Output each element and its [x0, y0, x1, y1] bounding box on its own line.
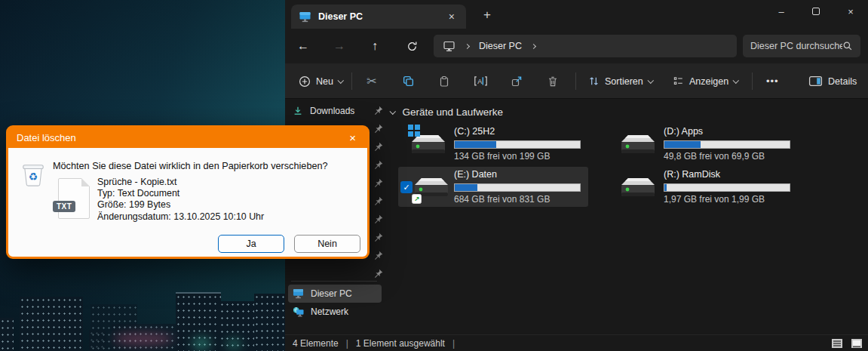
city-glow [192, 337, 210, 349]
paste-button[interactable] [429, 70, 459, 92]
file-details: Sprüche - Kopie.txt Typ: Text Document G… [97, 177, 264, 223]
download-icon [293, 106, 303, 116]
details-label: Details [828, 76, 857, 87]
status-item-count: 4 Elemente [293, 338, 339, 349]
toolbar-divider [351, 72, 352, 90]
details-view-icon [831, 338, 843, 349]
status-separator: | [452, 338, 455, 349]
rename-button[interactable]: A [465, 70, 495, 92]
pin-icon [373, 178, 383, 188]
drive-tile-e[interactable]: ✓ ↗ (E:) Daten 684 GB frei von 831 GB [398, 167, 588, 207]
tab-title: Dieser PC [318, 11, 445, 22]
network-icon [293, 306, 304, 317]
drive-icon [620, 174, 656, 201]
refresh-button[interactable] [401, 37, 422, 55]
file-name: Sprüche - Kopie.txt [97, 177, 264, 188]
more-options-button[interactable]: ••• [762, 70, 784, 92]
pin-icon [373, 251, 383, 260]
share-button[interactable] [501, 70, 532, 92]
dialog-close-button[interactable]: × [346, 131, 359, 144]
trash-icon [547, 75, 559, 88]
yes-button[interactable]: Ja [218, 235, 284, 253]
city-glow [226, 339, 241, 349]
address-bar[interactable]: Dieser PC [434, 35, 737, 57]
toolbar-divider [575, 72, 576, 90]
view-button[interactable]: Anzeigen [668, 70, 743, 92]
chevron-down-icon [733, 77, 739, 83]
maximize-button[interactable] [799, 0, 833, 23]
sort-icon [588, 75, 600, 87]
sidebar-item-label: Netzwerk [311, 306, 377, 317]
dialog-title-bar[interactable]: Datei löschen × [8, 127, 368, 148]
monitor-icon [293, 288, 304, 299]
windows-logo-icon [408, 125, 420, 137]
sidebar-item-this-pc[interactable]: Dieser PC [288, 285, 382, 303]
search-input[interactable]: Dieser PC durchsuchen [743, 35, 860, 57]
drives-panel: Geräte und Laufwerke (C:) 25H2 134 GB fr… [385, 99, 868, 334]
pin-icon [373, 142, 383, 152]
explorer-body: Downloads Dieser PC [285, 99, 868, 334]
no-button[interactable]: Nein [294, 235, 360, 253]
drive-tile-r[interactable]: (R:) RamDisk 1,97 GB frei von 1,99 GB [608, 167, 798, 207]
drive-capacity-bar [664, 140, 790, 149]
search-icon [842, 41, 853, 51]
status-separator: | [346, 338, 348, 349]
drive-free-space: 684 GB frei von 831 GB [454, 194, 584, 205]
new-button[interactable]: Neu [294, 70, 347, 92]
thumbnail-view-icon [851, 338, 863, 349]
pin-icon [373, 269, 383, 279]
status-selection-count: 1 Element ausgewählt [356, 338, 445, 349]
drive-name: (D:) Apps [664, 126, 793, 139]
delete-file-dialog: Datei löschen × ♻ Möchten Sie diese Date… [6, 125, 370, 259]
pin-icon [373, 124, 383, 134]
pin-icon [373, 232, 383, 242]
breadcrumb-dieser-pc[interactable]: Dieser PC [479, 41, 522, 51]
chevron-down-icon [390, 108, 396, 114]
new-tab-button[interactable]: + [478, 8, 496, 23]
up-button[interactable]: ↑ [364, 37, 385, 55]
svg-text:A: A [477, 78, 482, 85]
minimize-button[interactable]: – [764, 0, 799, 23]
shortcut-arrow-icon: ↗ [412, 194, 422, 204]
selection-checkbox[interactable]: ✓ [400, 181, 413, 193]
file-modified: Änderungsdatum: 13.10.2025 10:10 Uhr [97, 211, 264, 223]
view-toggle-group [830, 337, 863, 349]
command-toolbar: Neu ✂ A Sortieren [285, 63, 868, 99]
tab-close-button[interactable]: × [445, 11, 459, 23]
section-devices-and-drives[interactable]: Geräte und Laufwerke [391, 106, 503, 118]
details-pane-button[interactable]: Details [804, 70, 861, 92]
drive-tile-d[interactable]: (D:) Apps 49,8 GB frei von 69,9 GB [608, 124, 798, 164]
sidebar-item-network[interactable]: Netzwerk [288, 303, 382, 321]
monitor-icon [299, 11, 311, 23]
copy-button[interactable] [393, 70, 423, 92]
maximize-icon [812, 8, 820, 15]
view-label: Anzeigen [689, 76, 728, 87]
cut-button[interactable]: ✂ [357, 70, 387, 92]
paste-icon [438, 75, 450, 88]
skyline-building [0, 318, 14, 351]
close-button[interactable]: × [833, 0, 868, 23]
sidebar-item-downloads[interactable]: Downloads [288, 102, 382, 120]
section-header-label: Geräte und Laufwerke [403, 106, 504, 118]
tab-dieser-pc[interactable]: Dieser PC × [291, 5, 466, 29]
drive-tile-c[interactable]: (C:) 25H2 134 GB frei von 199 GB [398, 124, 588, 164]
copy-icon [402, 75, 415, 88]
file-type: Typ: Text Document [97, 188, 264, 199]
back-button[interactable]: ← [293, 37, 314, 55]
pin-icon [373, 160, 383, 170]
sort-button[interactable]: Sortieren [584, 70, 657, 92]
details-view-button[interactable] [830, 337, 844, 349]
file-size: Größe: 199 Bytes [97, 199, 264, 211]
plus-circle-icon [299, 75, 311, 88]
skyline-building [20, 297, 83, 351]
thumbnail-view-button[interactable] [850, 337, 863, 349]
search-placeholder: Dieser PC durchsuchen [750, 41, 842, 51]
delete-button[interactable] [538, 70, 568, 92]
navigation-bar: ← → ↑ Dieser PC Dieser PC durchsuchen [285, 29, 868, 63]
sidebar-item-label: Downloads [310, 106, 377, 116]
txt-badge: TXT [53, 201, 75, 212]
tab-bar: Dieser PC × + – × [285, 0, 868, 29]
drive-icon [410, 131, 446, 158]
drive-name: (C:) 25H2 [454, 126, 584, 139]
forward-button[interactable]: → [329, 37, 350, 55]
